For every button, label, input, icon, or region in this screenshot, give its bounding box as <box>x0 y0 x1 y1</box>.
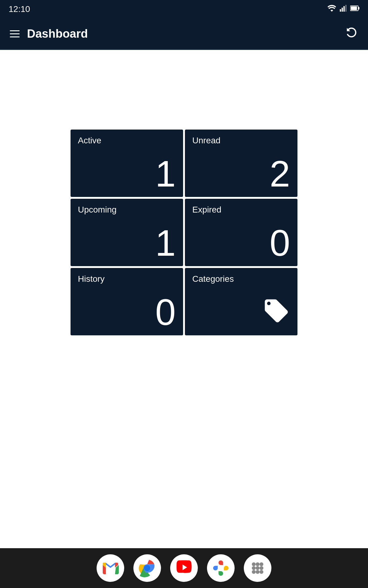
status-icons <box>328 5 359 13</box>
status-time: 12:10 <box>9 4 30 14</box>
app-title: Dashboard <box>27 27 88 40</box>
upcoming-card[interactable]: Upcoming 1 <box>71 199 183 266</box>
battery-icon <box>350 5 359 13</box>
expired-value: 0 <box>270 224 290 261</box>
upcoming-label: Upcoming <box>78 205 117 215</box>
svg-rect-1 <box>342 8 343 12</box>
svg-rect-2 <box>343 6 345 12</box>
status-bar: 12:10 <box>0 0 368 18</box>
svg-point-8 <box>144 565 150 571</box>
svg-point-11 <box>256 562 260 566</box>
svg-point-17 <box>256 570 260 574</box>
wifi-icon <box>328 5 336 13</box>
youtube-app-icon[interactable] <box>170 554 198 582</box>
svg-rect-5 <box>351 6 357 10</box>
dashboard-grid: Active 1 Unread 2 Upcoming 1 Expired 0 H… <box>71 130 297 335</box>
refresh-button[interactable] <box>345 26 358 42</box>
svg-point-15 <box>259 566 263 570</box>
svg-point-18 <box>259 570 263 574</box>
active-card[interactable]: Active 1 <box>71 130 183 197</box>
svg-point-16 <box>252 570 256 574</box>
expired-card[interactable]: Expired 0 <box>185 199 297 266</box>
unread-card[interactable]: Unread 2 <box>185 130 297 197</box>
unread-label: Unread <box>192 136 220 145</box>
active-value: 1 <box>155 155 176 192</box>
main-content: Active 1 Unread 2 Upcoming 1 Expired 0 H… <box>0 50 368 548</box>
expired-label: Expired <box>192 205 221 215</box>
photos-app-icon[interactable] <box>207 554 235 582</box>
svg-point-13 <box>252 566 256 570</box>
categories-label: Categories <box>192 274 234 284</box>
signal-icon <box>340 5 347 13</box>
gmail-app-icon[interactable] <box>97 554 124 582</box>
apps-app-icon[interactable] <box>244 554 271 582</box>
active-label: Active <box>78 136 101 145</box>
tag-icon <box>263 297 290 330</box>
app-bar-left: Dashboard <box>10 27 88 40</box>
svg-point-12 <box>259 562 263 566</box>
history-card[interactable]: History 0 <box>71 268 183 335</box>
svg-point-14 <box>256 566 260 570</box>
svg-rect-0 <box>340 9 341 12</box>
history-value: 0 <box>155 294 176 330</box>
categories-card[interactable]: Categories <box>185 268 297 335</box>
hamburger-menu-button[interactable] <box>10 30 20 37</box>
app-bar: Dashboard <box>0 18 368 49</box>
svg-rect-6 <box>358 7 359 9</box>
unread-value: 2 <box>270 155 290 192</box>
upcoming-value: 1 <box>155 224 176 261</box>
bottom-dock <box>0 548 368 588</box>
svg-point-10 <box>252 562 256 566</box>
chrome-app-icon[interactable] <box>133 554 161 582</box>
history-label: History <box>78 274 105 284</box>
svg-rect-3 <box>345 5 347 12</box>
